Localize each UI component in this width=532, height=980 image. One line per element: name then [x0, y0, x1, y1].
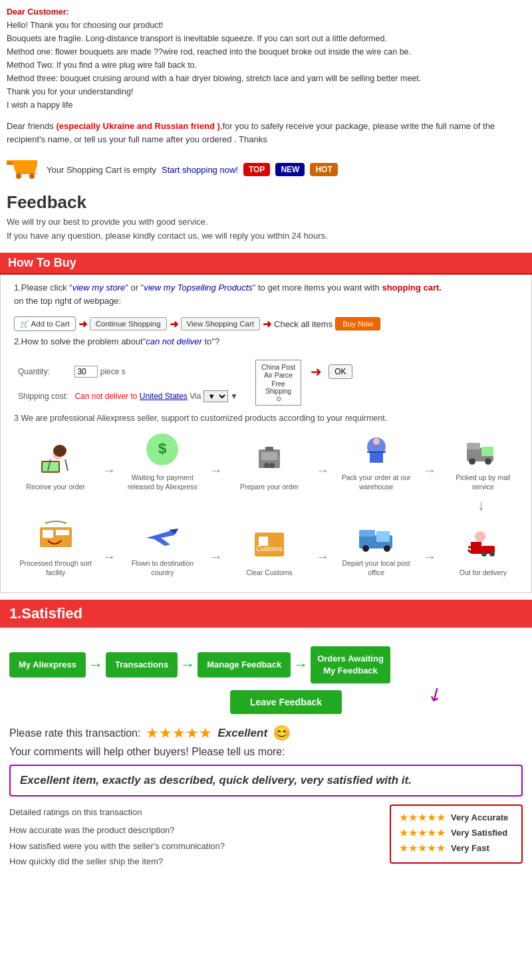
- svg-text:Customs: Customs: [256, 545, 282, 552]
- arrow-p1: →: [102, 463, 116, 491]
- arrow-2: ➜: [170, 318, 178, 330]
- flow-boxes: My Aliexpress → Transactions → Manage Fe…: [9, 646, 523, 683]
- svg-rect-8: [43, 462, 59, 471]
- flow-box-orders: Orders AwaitingMy Feedback: [311, 646, 390, 683]
- process-label-pack: Pack your order at our warehouse: [340, 473, 413, 491]
- down-arrow: ↓: [14, 497, 525, 514]
- step1-link2[interactable]: view my Topselling Products: [144, 283, 253, 293]
- prepare-icon: [248, 437, 291, 480]
- process-label-customs: Clear Customs: [246, 568, 292, 578]
- purple-arrow: ↙: [423, 681, 447, 707]
- ratings-left: Detailed ratings on this transaction How…: [9, 804, 383, 870]
- process-row-bottom: Out for delivery → Depart your local pos…: [14, 514, 525, 577]
- china-post-line1: China Post: [261, 363, 295, 371]
- svg-rect-30: [471, 542, 481, 554]
- rate-row: Please rate this transaction: ★★★★★ Exce…: [9, 725, 523, 742]
- step1-red: shopping cart.: [382, 283, 442, 293]
- step2-link[interactable]: can not deliver: [146, 336, 202, 346]
- svg-point-34: [481, 551, 487, 556]
- line-6: Thank you for your understanding!: [7, 85, 525, 98]
- process-receive: Receive your order: [19, 437, 92, 492]
- excellent-text: Excellent: [217, 727, 267, 740]
- btn-buy-now[interactable]: Buy Now: [335, 317, 380, 330]
- rating-row-1: ★★★★★ Very Accurate: [399, 811, 513, 824]
- step1-link1[interactable]: view my store: [72, 283, 125, 293]
- process-row-top: Receive your order → $ Waiting for payme…: [14, 428, 525, 491]
- rating-stars-1: ★★★★★: [399, 811, 446, 824]
- arrow-b2: →: [316, 549, 329, 578]
- process-label-out-delivery: Out for delivery: [460, 568, 507, 578]
- quantity-input[interactable]: [74, 366, 98, 378]
- step1-text-mid: " or ": [125, 283, 144, 293]
- process-flown: Flown to destination country: [126, 514, 199, 577]
- flow-box-transactions: Transactions: [106, 652, 178, 677]
- rating-q2: How satisfied were you with the seller's…: [9, 838, 383, 854]
- flow-box-manage: Manage Feedback: [198, 652, 291, 677]
- btn-add-to-cart[interactable]: 🛒 Add to Cart: [14, 316, 76, 331]
- friends-notice: Dear friends (especially Ukraine and Rus…: [0, 116, 532, 152]
- svg-line-32: [468, 550, 471, 552]
- svg-point-17: [264, 463, 269, 468]
- rating-stars-3: ★★★★★: [399, 842, 446, 854]
- quantity-label: Quantity:: [15, 358, 70, 385]
- arrow-p2: →: [209, 463, 223, 491]
- feedback-title: Feedback: [7, 192, 525, 213]
- cart-icon: [7, 155, 41, 184]
- shipping-select[interactable]: ▼: [203, 390, 228, 402]
- feedback-line1: We will try our best to provide you with…: [7, 215, 525, 229]
- check-all-text: Check all items: [274, 319, 332, 329]
- svg-rect-46: [56, 530, 69, 535]
- svg-rect-25: [467, 443, 480, 449]
- arrow-p4: →: [423, 463, 436, 491]
- line-4: Method Two: If you find a wire plug wire…: [7, 59, 525, 72]
- rating-label-3: Very Fast: [451, 843, 489, 853]
- us-link[interactable]: United States: [140, 392, 188, 401]
- step1-text-after: " to get more items you want with: [253, 283, 380, 293]
- top-section: Dear Customer: Hello! Thank you for choo…: [0, 0, 532, 116]
- feedback-line2: If you have any question, please kindly …: [7, 229, 525, 243]
- step1-sub: on the top right of webpage:: [14, 296, 121, 306]
- out-delivery-icon: [462, 523, 504, 566]
- line-5: Method three: bouquet cruising around wi…: [7, 72, 525, 85]
- feedback-section: Feedback We will try our best to provide…: [0, 188, 532, 250]
- process-out-delivery: Out for delivery: [446, 523, 519, 578]
- ok-button[interactable]: OK: [329, 364, 352, 379]
- process-depart: Depart your local post office: [340, 514, 413, 577]
- leave-feedback-btn[interactable]: Leave Feedback: [230, 690, 342, 714]
- btn-continue-shopping[interactable]: Continue Shopping: [90, 317, 167, 330]
- step1-text-before: 1.Please click ": [14, 283, 72, 293]
- receive-order-icon: [35, 437, 77, 480]
- customs-icon: Customs: [248, 523, 291, 566]
- svg-point-26: [469, 458, 475, 465]
- rating-q1: How accurate was the product description…: [9, 822, 383, 838]
- detailed-title: Detailed ratings on this transaction: [9, 804, 383, 820]
- rate-label: Please rate this transaction:: [9, 727, 140, 739]
- cannot-deliver-text: Can not deliver to: [74, 392, 137, 401]
- flow-arrow-1: →: [88, 656, 103, 674]
- step-1: 1.Please click "view my store" or "view …: [14, 281, 525, 309]
- arrow-b4: →: [102, 549, 116, 578]
- shipping-illustration: Quantity: piece s China Post Air Parce F…: [14, 357, 525, 408]
- svg-point-29: [475, 531, 485, 542]
- satisfied-header: 1.Satisfied: [0, 600, 532, 628]
- svg-point-27: [485, 458, 491, 465]
- satisfied-body: My Aliexpress → Transactions → Manage Fe…: [0, 628, 532, 879]
- svg-point-22: [373, 438, 380, 445]
- btn-view-cart[interactable]: View Shopping Cart: [181, 317, 260, 330]
- line-7: I wish a happy life: [7, 98, 525, 112]
- svg-point-35: [489, 551, 495, 556]
- arrow-b3: →: [209, 549, 223, 578]
- svg-rect-16: [261, 452, 277, 460]
- process-label-payment: Waiting for payment released by Aliexpre…: [126, 473, 199, 491]
- svg-point-39: [384, 545, 390, 552]
- depart-icon: [355, 514, 398, 556]
- shipping-table: Quantity: piece s China Post Air Parce F…: [14, 357, 356, 408]
- arrow-3: ➜: [263, 318, 271, 330]
- rating-q3: How quickly did the seller ship the item…: [9, 854, 383, 869]
- button-flow: 🛒 Add to Cart ➜ Continue Shopping ➜ View…: [14, 316, 525, 331]
- cart-link[interactable]: Start shopping now!: [162, 165, 238, 175]
- friends-prefix: Dear friends: [7, 121, 56, 131]
- arrow-down: ▼: [230, 392, 238, 401]
- rating-stars-2: ★★★★★: [399, 826, 446, 839]
- excellent-box: Excellent item, exactly as described, qu…: [9, 765, 523, 796]
